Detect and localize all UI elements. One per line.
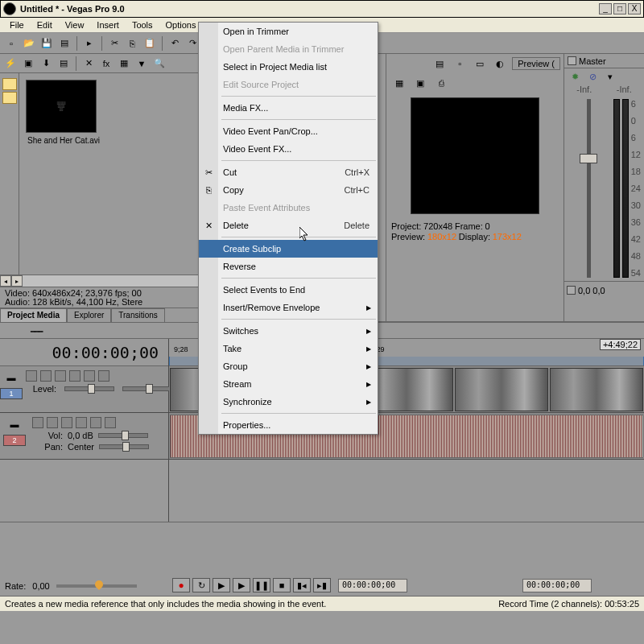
menu-edit[interactable]: Edit <box>31 19 59 31</box>
tab-project-media[interactable]: Project Media <box>0 308 67 322</box>
stop-button[interactable]: ■ <box>273 578 291 592</box>
minimize-button[interactable]: _ <box>599 3 612 14</box>
fx-icon[interactable]: fx <box>98 56 114 72</box>
lock-fader-icon[interactable] <box>567 286 576 295</box>
video-event[interactable] <box>550 368 643 411</box>
tab-explorer[interactable]: Explorer <box>67 308 111 322</box>
properties-icon[interactable]: ▤ <box>56 35 72 52</box>
mute-icon[interactable] <box>90 417 101 428</box>
undo-icon[interactable]: ↶ <box>167 35 183 52</box>
safe-areas-icon[interactable]: ▣ <box>412 75 428 91</box>
menu-view[interactable]: View <box>59 19 91 31</box>
menu-tools[interactable]: Tools <box>126 19 159 31</box>
record-button[interactable]: ● <box>172 578 190 592</box>
maximize-button[interactable]: □ <box>613 3 626 14</box>
preview-display[interactable] <box>411 97 539 214</box>
preview-fx-icon[interactable]: ▫ <box>452 56 468 72</box>
level-slider[interactable] <box>64 386 114 391</box>
ctx-take[interactable]: Take▶ <box>199 340 378 357</box>
ctx-create-subclip[interactable]: Create Subclip <box>199 240 378 258</box>
ctx-open-parent[interactable]: Open Parent Media in Trimmer <box>199 40 378 58</box>
ctx-properties[interactable]: Properties... <box>199 416 378 434</box>
automation-icon[interactable] <box>69 370 80 382</box>
ctx-open-trimmer[interactable]: Open in Trimmer <box>199 23 378 40</box>
paste-icon[interactable]: 📋 <box>142 35 158 52</box>
timecode-display[interactable]: 00:00:00;00 <box>0 339 168 366</box>
ctx-edit-source[interactable]: Edit Source Project <box>199 76 378 93</box>
scroll-left-icon[interactable]: ◂ <box>0 275 11 287</box>
track-fx-icon[interactable] <box>55 370 66 382</box>
copy-snapshot-icon[interactable]: ⎙ <box>433 75 449 91</box>
ctx-switches[interactable]: Switches▶ <box>199 322 378 340</box>
ctx-reverse[interactable]: Reverse <box>199 258 378 275</box>
video-track-header[interactable]: ▬ 1 Level: <box>0 366 168 413</box>
overlays-icon[interactable]: ▦ <box>391 75 407 91</box>
split-screen-icon[interactable]: ◐ <box>492 56 508 72</box>
save-icon[interactable]: 💾 <box>39 35 55 52</box>
play-button[interactable]: ▶ <box>233 578 250 592</box>
mute-icon[interactable] <box>84 370 95 382</box>
maximize-panel-icon[interactable] <box>568 56 576 65</box>
ctx-envelope[interactable]: Insert/Remove Envelope▶ <box>199 299 378 316</box>
track-minimize-icon[interactable]: ▬ <box>6 416 23 432</box>
master-output-icon[interactable]: ▾ <box>602 68 618 85</box>
preview-quality-dropdown[interactable]: Preview ( <box>512 57 560 70</box>
audio-track-header[interactable]: ▬ 2 Vol: 0,0 dB <box>0 413 168 460</box>
ctx-media-fx[interactable]: Media FX... <box>199 99 378 117</box>
horizontal-scrollbar[interactable]: ◂ ▸ <box>0 275 200 287</box>
views-icon[interactable]: ▦ <box>116 56 132 72</box>
ctx-cut[interactable]: ✂CutCtrl+X <box>199 163 378 181</box>
composite-slider[interactable] <box>122 386 172 391</box>
search-icon[interactable]: 🔍 <box>151 56 167 72</box>
volume-slider[interactable] <box>98 433 148 438</box>
ctx-copy[interactable]: ⎘CopyCtrl+C <box>199 181 378 199</box>
external-monitor-icon[interactable]: ▭ <box>472 56 488 72</box>
timeline-tab[interactable]: ━━━ <box>0 325 72 336</box>
automation-icon[interactable] <box>76 417 87 428</box>
tab-transitions[interactable]: Transitions <box>111 308 165 322</box>
pause-button[interactable]: ❚❚ <box>253 578 270 592</box>
master-mute-icon[interactable]: ⊘ <box>584 68 601 85</box>
track-motion-icon[interactable] <box>40 370 52 382</box>
preview-props-icon[interactable]: ▤ <box>431 56 448 72</box>
master-fx-icon[interactable]: ✹ <box>567 68 583 85</box>
scroll-right-icon[interactable]: ▸ <box>11 275 23 287</box>
media-props-icon[interactable]: ▤ <box>56 56 72 72</box>
solo-icon[interactable] <box>105 417 116 428</box>
menu-options[interactable]: Options <box>159 19 203 31</box>
selection-timecode[interactable]: 00:00:00;00 <box>522 579 592 592</box>
cursor-timecode[interactable]: 00:00:00;00 <box>338 579 407 592</box>
loop-button[interactable]: ↻ <box>192 578 210 592</box>
open-icon[interactable]: 📂 <box>21 35 37 52</box>
invert-phase-icon[interactable] <box>47 417 58 428</box>
media-list[interactable]: ░░░░░░░░░░░ She and Her Cat.avi <box>19 73 200 275</box>
close-button[interactable]: X <box>628 3 641 14</box>
go-end-button[interactable]: ▸▮ <box>313 578 331 592</box>
go-start-button[interactable]: ▮◂ <box>293 578 311 592</box>
media-tree[interactable] <box>0 73 19 275</box>
ctx-select-project-media[interactable]: Select in Project Media list <box>199 58 378 76</box>
get-media-icon[interactable]: ⬇ <box>38 56 54 72</box>
play-start-button[interactable]: ▶ <box>213 578 230 592</box>
ctx-select-events-end[interactable]: Select Events to End <box>199 281 378 299</box>
media-item[interactable]: ░░░░░░░░░░░ She and Her Cat.avi <box>26 80 101 145</box>
ctx-group[interactable]: Group▶ <box>199 357 378 375</box>
tag-icon[interactable]: ▼ <box>134 56 150 72</box>
ctx-delete[interactable]: ✕DeleteDelete <box>199 217 378 234</box>
solo-icon[interactable] <box>98 370 109 382</box>
folder-icon[interactable] <box>2 78 17 90</box>
ctx-event-fx[interactable]: Video Event FX... <box>199 140 378 158</box>
track-minimize-icon[interactable]: ▬ <box>3 369 19 386</box>
folder-icon[interactable] <box>2 92 17 104</box>
rate-scrubber[interactable] <box>56 584 137 588</box>
copy-icon[interactable]: ⎘ <box>124 35 140 52</box>
ctx-paste-attributes[interactable]: Paste Event Attributes <box>199 199 378 217</box>
bypass-fx-icon[interactable] <box>26 370 37 382</box>
lightning-icon[interactable]: ⚡ <box>2 56 19 72</box>
remove-icon[interactable]: ✕ <box>80 56 97 72</box>
arm-record-icon[interactable] <box>32 417 43 428</box>
ctx-pan-crop[interactable]: Video Event Pan/Crop... <box>199 122 378 140</box>
ctx-stream[interactable]: Stream▶ <box>199 375 378 393</box>
new-icon[interactable]: ▫ <box>3 35 19 52</box>
pan-slider[interactable] <box>99 444 149 449</box>
